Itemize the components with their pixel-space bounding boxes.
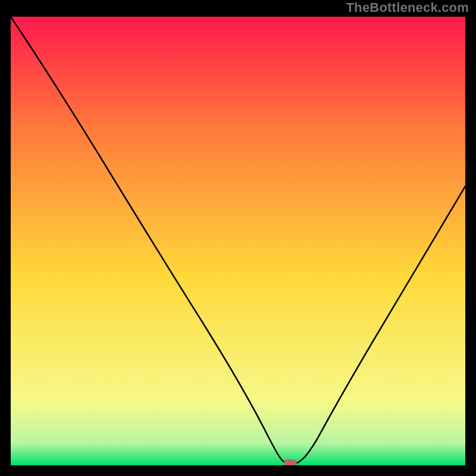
plot-area — [11, 17, 465, 465]
chart-svg — [11, 17, 465, 465]
watermark-text: TheBottleneck.com — [346, 0, 469, 15]
gradient-background — [11, 17, 465, 465]
minimum-marker — [284, 459, 297, 465]
chart-frame: TheBottleneck.com — [0, 0, 476, 476]
